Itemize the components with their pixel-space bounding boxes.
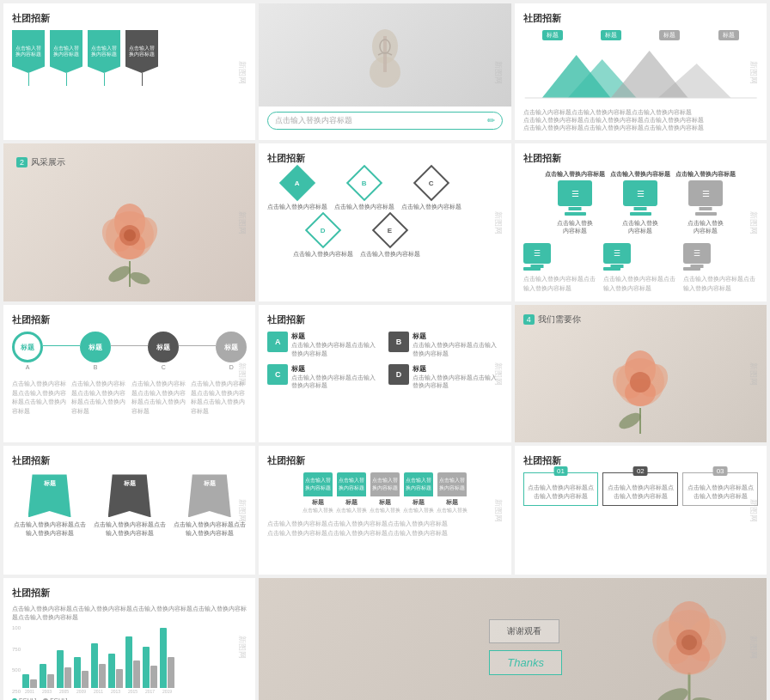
monitor-base-3 xyxy=(695,212,717,216)
bar-teal-8 xyxy=(143,647,150,688)
step-desc-3: 点击输入替换 xyxy=(370,507,400,514)
thanks-text-container: 谢谢观看 Thanks xyxy=(463,619,562,675)
timeline-step-5: 点击输入替换内容标题 标题 点击输入替换 xyxy=(437,472,468,514)
bar-group-2: 2003 xyxy=(40,664,54,694)
monitor-icon-small-1: ☰ xyxy=(523,243,551,264)
cell-flower-large: 2 风采展示 新图网 xyxy=(3,143,255,301)
cell-thanks: 谢谢观看 Thanks 新图网 xyxy=(259,578,767,700)
abcd-content-b: 标题 点击输入替换内容标题点击输入替换内容标题 xyxy=(412,332,503,356)
cell3-desc: 点击输入内容标题点击输入替换内容标题点击输入替换内容标题 点击输入替换内容标题点… xyxy=(523,108,758,131)
bar-teal-2 xyxy=(40,664,46,688)
monitors-top-row: 点击输入替换内容标题 ☰ 点击输入替换内容标题 点击输入替换内容标题 ☰ 点击输… xyxy=(523,170,758,234)
monitor-small-text-3: 点击输入替换内容标题点击输入替换内容标题 xyxy=(683,275,758,293)
tag-num-9: 4 xyxy=(523,314,535,325)
cell-flags: 社团招新 点击输入替换内容标题 点击输入替换内容标题 点击输入替换内容标题 xyxy=(3,3,255,140)
abcd-desc-b: 点击输入替换内容标题点击输入替换内容标题 xyxy=(412,341,503,356)
flag-text-2: 点击输入替换内容标题 xyxy=(52,46,81,58)
ribbon-1: 标题 点击输入替换内容标题点击输入替换内容标题 xyxy=(12,474,87,536)
x-label-7: 2015 xyxy=(128,689,138,694)
cell-timeline: 社团招新 点击输入替换内容标题 标题 点击输入替换 点击输入替换内容标题 标题 … xyxy=(259,446,510,575)
cell7-title: 社团招新 xyxy=(12,313,247,326)
bar-pair-5 xyxy=(91,643,106,688)
bar-pair-9 xyxy=(160,628,174,688)
timeline-step-4: 点击输入替换内容标题 标题 点击输入替换 xyxy=(403,472,434,514)
bar-group-7: 2015 xyxy=(125,636,140,694)
step-label-3: 标题 xyxy=(379,498,391,507)
circle-desc-4: 点击输入替换内容标题点击输入替换内容标题点击输入替换内容标题 xyxy=(191,375,247,416)
x-label-4: 2009 xyxy=(76,689,86,694)
num-card-text-3: 点击输入替换内容标题点击输入替换内容标题 xyxy=(687,484,754,499)
bar-pair-2 xyxy=(40,664,54,688)
x-label-5: 2011 xyxy=(94,689,103,694)
cell-circles: 社团招新 标题 A 标题 B 标题 C 标题 D 点击输入 xyxy=(3,305,255,442)
bar-gray-8 xyxy=(150,666,157,688)
circle-desc-3: 点击输入替换内容标题点击输入替换内容标题点击输入替换内容标题 xyxy=(131,375,187,416)
num-cards-row: 01 点击输入替换内容标题点击输入替换内容标题 02 点击输入替换内容标题点击输… xyxy=(523,472,758,505)
flag-shape-4: 点击输入替换内容标题 xyxy=(125,30,158,73)
abcd-title-a: 标题 xyxy=(291,332,382,341)
step-label-1: 标题 xyxy=(312,498,324,507)
bars-container: 2001 2003 2005 xyxy=(22,625,247,694)
y-axis: 100 750 500 250 xyxy=(12,625,21,694)
abcd-desc-a: 点击输入替换内容标题点击输入替换内容标题 xyxy=(291,341,382,356)
circle-label-1: A xyxy=(26,364,30,370)
y-label-500: 500 xyxy=(12,667,21,673)
cell6-title: 社团招新 xyxy=(523,152,758,165)
abcd-desc-d: 点击输入替换内容标题点击输入替换内容标题 xyxy=(412,374,503,389)
tag-text-9: 我们需要你 xyxy=(538,313,581,326)
monitor-icon-small-2: ☰ xyxy=(603,243,631,264)
circle-label-2: B xyxy=(94,364,98,370)
timeline-step-2: 点击输入替换内容标题 标题 点击输入替换 xyxy=(336,472,367,514)
step-desc-4: 点击输入替换 xyxy=(403,507,434,514)
step-label-4: 标题 xyxy=(412,498,425,507)
circle-label-4: D xyxy=(229,364,234,370)
bar-pair-6 xyxy=(108,654,123,688)
connector-3 xyxy=(179,345,216,346)
mountain-chart-svg xyxy=(523,42,758,102)
ribbon-shape-1: 标题 xyxy=(28,474,71,517)
bar-gray-5 xyxy=(99,664,106,688)
diamond-c: C 点击输入替换内容标题 xyxy=(401,170,461,210)
num-card-2: 02 点击输入替换内容标题点击输入替换内容标题 xyxy=(602,472,678,505)
diamond-a-text: 点击输入替换内容标题 xyxy=(267,203,327,210)
ribbon-label-2: 标题 xyxy=(124,479,136,488)
circle-desc-row: 点击输入替换内容标题点击输入替换内容标题点击输入替换内容标题 点击输入替换内容标… xyxy=(12,375,247,416)
bar-gray-2 xyxy=(47,674,54,688)
flag-shape-3: 点击输入替换内容标题 xyxy=(88,30,120,73)
circles-row: 标题 A 标题 B 标题 C 标题 D xyxy=(12,332,247,370)
bar-teal-1 xyxy=(22,674,29,688)
svg-point-11 xyxy=(128,271,151,287)
cell10-title: 社团招新 xyxy=(12,454,247,467)
thanks-box1: 谢谢观看 xyxy=(489,619,559,643)
main-grid: 社团招新 点击输入替换内容标题 点击输入替换内容标题 点击输入替换内容标题 xyxy=(0,0,770,700)
circle-col-3: 标题 C xyxy=(148,332,179,370)
abcd-content-d: 标题 点击输入替换内容标题点击输入替换内容标题 xyxy=(412,364,503,389)
monitor-icon-small-3: ☰ xyxy=(683,243,711,264)
num-card-1: 01 点击输入替换内容标题点击输入替换内容标题 xyxy=(523,472,599,505)
abcd-badge-b: B xyxy=(388,332,409,352)
cell13-title: 社团招新 xyxy=(12,587,247,600)
violin-input-bar[interactable]: 点击输入替换内容标题 ✏ xyxy=(267,112,502,130)
cell12-title: 社团招新 xyxy=(523,454,758,467)
circle-badge-1: 标题 xyxy=(12,332,43,362)
bar-teal-7 xyxy=(125,636,132,688)
bar-gray-6 xyxy=(116,669,123,688)
step-bar-5: 点击输入替换内容标题 xyxy=(437,472,467,496)
x-label-3: 2005 xyxy=(59,689,69,694)
monitor-1: 点击输入替换内容标题 ☰ 点击输入替换内容标题 xyxy=(545,170,605,234)
num-card-3: 03 点击输入替换内容标题点击输入替换内容标题 xyxy=(682,472,758,505)
circle-badge-4: 标题 xyxy=(216,332,247,362)
x-label-2: 2003 xyxy=(42,689,52,694)
bar-pair-1 xyxy=(22,674,37,688)
abcd-title-b: 标题 xyxy=(412,332,503,341)
abcd-desc-c: 点击输入替换内容标题点击输入替换内容标题 xyxy=(291,374,382,389)
violin-input-text: 点击输入替换内容标题 xyxy=(275,115,352,126)
ribbon-shape-3: 标题 xyxy=(188,474,231,517)
num-badge-3: 03 xyxy=(713,466,728,476)
circle-col-4: 标题 D xyxy=(216,332,247,370)
cell-flower-2: 4 我们需要你 新图网 xyxy=(515,305,767,442)
num-card-text-1: 点击输入替换内容标题点击输入替换内容标题 xyxy=(528,484,595,499)
bar-pair-3 xyxy=(57,650,71,688)
bar-gray-9 xyxy=(168,657,174,688)
monitor-icon-3: ☰ xyxy=(688,180,723,206)
